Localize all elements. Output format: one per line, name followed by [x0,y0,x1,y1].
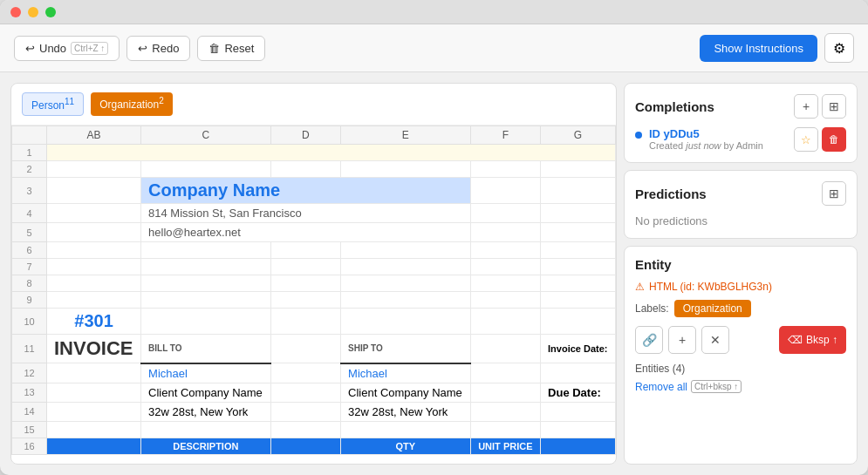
invoice-label-cell[interactable]: INVOICE [47,335,141,363]
table-row: 4 814 Mission St, San Francisco [12,204,616,223]
predictions-section: Predictions ⊞ No predictions [624,170,858,239]
completion-meta-prefix: Created [649,140,686,151]
entity-section: Entity ⚠ HTML (id: KWbBGLHG3n) Labels: O… [624,246,858,465]
col-header-g[interactable]: G [541,126,616,145]
completions-header: Completions + ⊞ [635,94,846,119]
undo-button[interactable]: ↩ Undo Ctrl+Z ↑ [14,36,120,61]
warning-icon: ⚠ [635,281,645,293]
entity-actions: 🔗 + ✕ ⌫ Bksp ↑ [635,326,846,354]
invoice-number-cell[interactable]: #301 [47,309,141,335]
col-header-c[interactable]: C [141,126,271,145]
redo-button[interactable]: ↩ Redo [126,36,190,61]
table-row: 15 [12,421,616,438]
reset-button[interactable]: 🗑 Reset [197,36,265,61]
delete-completion-button[interactable]: 🗑 [822,127,846,152]
table-row: 7 [12,259,616,275]
no-predictions-text: No predictions [635,214,846,227]
reset-label: Reset [224,42,254,55]
remove-all-button[interactable]: Remove all Ctrl+bksp ↑ [635,380,742,393]
gear-icon: ⚙ [833,40,845,57]
minimize-dot[interactable] [28,7,38,17]
add-entity-button[interactable]: + [668,326,696,354]
table-row: 9 [12,292,616,309]
backspace-icon: ⌫ [788,334,803,346]
toolbar: ↩ Undo Ctrl+Z ↑ ↩ Redo 🗑 Reset Show Inst… [0,24,868,72]
predictions-title: Predictions [635,187,707,201]
right-panel: Completions + ⊞ ID yDDu5 Created just no… [624,72,868,475]
maximize-dot[interactable] [45,7,56,17]
col-header-ab[interactable]: AB [47,126,141,145]
table-row: 3 Company Name [12,178,616,204]
link-entity-button[interactable]: 🔗 [635,326,663,354]
redo-label: Redo [152,42,179,55]
labels-prefix: Labels: [635,302,669,315]
table-row: 5 hello@heartex.net [12,223,616,242]
trash-icon: 🗑 [208,42,220,55]
table-row: 1 [12,145,616,161]
tag-person[interactable]: Person11 [22,92,84,116]
col-header-rownum [12,126,47,145]
close-dot[interactable] [10,7,21,17]
entity-html-label: ⚠ HTML (id: KWbBGLHG3n) [635,281,846,293]
col-header-e[interactable]: E [341,126,471,145]
backspace-label: Bksp ↑ [806,334,837,346]
star-completion-button[interactable]: ☆ [794,127,818,152]
org-badge[interactable]: Organization [674,300,751,317]
predictions-grid-button[interactable]: ⊞ [822,181,846,206]
table-row: 14 32w 28st, New York 32w 28st, New York [12,402,616,421]
predictions-header: Predictions ⊞ [635,181,846,206]
app-window: ↩ Undo Ctrl+Z ↑ ↩ Redo 🗑 Reset Show Inst… [0,0,868,475]
completions-grid-button[interactable]: ⊞ [822,94,846,119]
entity-header: Entity [635,257,846,272]
entity-title: Entity [635,257,672,272]
spreadsheet-table: AB C D E F G 1 [11,126,616,455]
show-instructions-button[interactable]: Show Instructions [700,35,817,62]
table-row: 13 Client Company Name Client Company Na… [12,383,616,402]
completions-title: Completions [635,99,714,114]
redo-icon: ↩ [138,42,147,55]
undo-label: Undo [39,42,66,55]
completion-time: just now [686,140,721,151]
col-header-f[interactable]: F [470,126,540,145]
table-row-blue-header: 16 DESCRIPTION QTY UNIT PRICE [12,438,616,454]
completions-section: Completions + ⊞ ID yDDu5 Created just no… [624,83,858,163]
settings-button[interactable]: ⚙ [824,33,854,63]
completion-item: ID yDDu5 Created just now by Admin ☆ 🗑 [635,127,846,152]
tag-organization[interactable]: Organization2 [91,92,173,116]
table-row: 6 [12,242,616,259]
completion-dot [635,132,642,139]
entities-count: Entities (4) [635,363,846,375]
entity-html-text: HTML (id: KWbBGLHG3n) [649,281,772,293]
completion-meta-suffix: by Admin [721,140,763,151]
table-row: 11 INVOICE BILL TO SHIP TO Invoice Date: [12,335,616,363]
table-row: 8 [12,275,616,292]
company-name-cell[interactable]: Company Name [141,178,471,204]
remove-all-shortcut: Ctrl+bksp ↑ [691,380,742,393]
table-row: 12 Michael Michael [12,363,616,383]
remove-all-label: Remove all [635,381,687,393]
backspace-entity-button[interactable]: ⌫ Bksp ↑ [779,326,846,354]
spreadsheet[interactable]: AB C D E F G 1 [11,126,616,464]
clear-entity-button[interactable]: ✕ [701,326,729,354]
title-bar [0,0,868,24]
col-header-d[interactable]: D [270,126,340,145]
completion-id[interactable]: ID yDDu5 [649,127,787,140]
table-row: 10 #301 [12,309,616,335]
main-panel: Person11 Organization2 AB C D E F G [10,83,617,465]
entity-tags-bar: Person11 Organization2 [11,84,616,126]
completion-meta: Created just now by Admin [649,140,787,151]
completion-item-actions: ☆ 🗑 [794,127,846,152]
completion-info: ID yDDu5 Created just now by Admin [649,127,787,151]
completions-actions: + ⊞ [794,94,846,119]
toolbar-right: Show Instructions ⚙ [700,33,854,63]
undo-shortcut: Ctrl+Z ↑ [71,42,108,55]
undo-icon: ↩ [25,42,35,55]
table-row: 2 [12,161,616,178]
add-completion-button[interactable]: + [794,94,818,119]
content: Person11 Organization2 AB C D E F G [0,72,868,475]
entity-labels-row: Labels: Organization [635,300,846,317]
